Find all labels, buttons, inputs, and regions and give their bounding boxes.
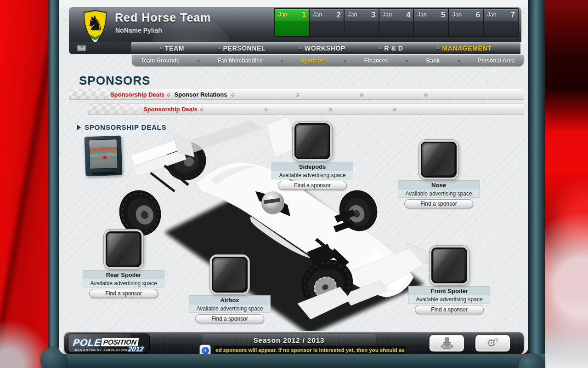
subtab-sponsorship-deals[interactable]: Sponsorship Deals — [143, 106, 198, 113]
sponsor-slot-nose: Nose Available advertising space Find a … — [398, 142, 480, 208]
separator-dot — [200, 108, 204, 111]
tab-label: PERSONNEL — [223, 45, 266, 52]
logo-subtitle: MANAGEMENT SIMULATION — [74, 348, 128, 351]
nav-dot-icon — [437, 47, 439, 49]
subtab-bank[interactable]: Bank — [426, 58, 440, 64]
separator-dot — [329, 108, 332, 111]
slot-status: Available advertising space — [83, 279, 164, 288]
window-frame-right — [528, 0, 545, 368]
sub-nav: Team Grounds Fan Merchandise Sponsors Fi… — [132, 55, 524, 66]
nav-dot-icon — [160, 47, 162, 49]
tab-sponsorship-deals[interactable]: Sponsorship Deals — [110, 91, 164, 98]
separator-dot — [167, 93, 170, 97]
team-name: Red Horse Team — [115, 11, 211, 24]
separator-dot — [281, 60, 283, 62]
slot-status: Available advertising space — [408, 295, 490, 304]
window-frame-bottom — [48, 354, 545, 368]
subtab-fan-merchandise[interactable]: Fan Merchandise — [217, 58, 262, 64]
calendar-daynum: 2 — [336, 11, 340, 20]
separator-dot — [344, 60, 346, 62]
separator-dot — [406, 60, 408, 62]
news-ticker: ed sponsors will appear. If no sponsor i… — [213, 345, 405, 354]
calendar-strip: Jan 1 Jan 2 Jan 3 Jan 4 Jan 5 Jan 6 Jan … — [274, 8, 519, 37]
slot-status: Available advertising space — [271, 171, 353, 179]
sponsor-slot-front-spoiler: Front Spoiler Available advertising spac… — [408, 247, 490, 314]
sponsor-slot-airbox: Airbox Available advertising space Find … — [189, 257, 271, 323]
season-indicator: Season 2012 / 2013 — [202, 334, 376, 346]
sponsor-logo-placeholder[interactable] — [431, 247, 467, 283]
calendar-daynum: 7 — [511, 11, 515, 20]
separator-dot — [296, 93, 299, 97]
sponsor-logo-placeholder[interactable] — [421, 142, 457, 178]
manager-name: NoName Pyliah — [115, 27, 162, 34]
page-title: SPONSORS — [79, 74, 150, 88]
find-sponsor-button[interactable]: Find a sponsor — [404, 199, 473, 208]
calendar-daynum: 5 — [441, 11, 445, 20]
separator-dot — [393, 108, 396, 111]
separator-dot — [198, 60, 199, 62]
tab-team[interactable]: TEAM — [160, 45, 184, 52]
desktop-background-right — [545, 0, 588, 368]
calendar-day-2[interactable]: Jan 2 — [310, 9, 344, 36]
gear-icon-small: ⚙ — [493, 337, 499, 344]
subtab-sponsors[interactable]: Sponsors — [300, 58, 326, 64]
separator-dot — [458, 60, 460, 62]
team-shield-logo: ♞ — [82, 9, 108, 46]
game-window: ♞ Red Horse Team NoName Pyliah Jan 1 Jan… — [59, 0, 528, 354]
calendar-day-6[interactable]: Jan 6 — [449, 9, 483, 36]
info-button[interactable]: i — [199, 345, 211, 354]
tab-rnd[interactable]: R & D — [379, 45, 403, 52]
tab-row-primary: Sponsorship Deals Sponsor Relations — [69, 89, 524, 100]
calendar-daynum: 6 — [476, 11, 480, 20]
tab-label: WORKSHOP — [305, 45, 345, 52]
tab-management[interactable]: MANAGEMENT — [437, 45, 492, 52]
slot-name: Front Spoiler — [408, 286, 490, 295]
tab-workshop[interactable]: WORKSHOP — [300, 45, 345, 52]
sponsor-logo-placeholder[interactable] — [294, 123, 330, 159]
logo-year: 2012 — [128, 345, 144, 353]
calendar-day-7[interactable]: Jan 7 — [484, 9, 518, 36]
calendar-day-5[interactable]: Jan 5 — [414, 9, 448, 36]
calendar-day-3[interactable]: Jan 3 — [345, 9, 379, 36]
find-sponsor-button[interactable]: Find a sponsor — [415, 305, 484, 314]
download-arrow-icon — [439, 337, 455, 350]
tab-label: TEAM — [165, 45, 184, 52]
calendar-month: Jan — [383, 12, 392, 18]
tab-personnel[interactable]: PERSONNEL — [218, 45, 266, 52]
calendar-daynum: 3 — [371, 11, 375, 20]
find-sponsor-button[interactable]: Find a sponsor — [195, 314, 264, 323]
season-text: Season 2012 / 2013 — [254, 336, 325, 344]
sponsor-logo-placeholder[interactable] — [106, 231, 141, 267]
find-sponsor-button[interactable]: Find a sponsor — [89, 289, 158, 298]
header-mail-tab — [69, 42, 133, 54]
calendar-month: Jan — [278, 12, 288, 18]
main-nav: TEAM PERSONNEL WORKSHOP R & D MANAGEMENT — [131, 42, 520, 54]
subtab-team-grounds[interactable]: Team Grounds — [141, 58, 180, 64]
separator-dot — [265, 108, 268, 111]
slot-name: Rear Spoiler — [83, 270, 164, 279]
calendar-day-1[interactable]: Jan 1 — [275, 9, 309, 36]
subtab-personal-area[interactable]: Personal Area — [478, 58, 514, 64]
settings-button[interactable]: ⚙ ⚙ — [475, 335, 510, 351]
logo-word-pole: POLE — [72, 337, 102, 348]
tab-sponsor-relations[interactable]: Sponsor Relations — [175, 91, 227, 98]
sponsor-slot-sidepods: Sidepods Available advertising space Fin… — [271, 123, 353, 190]
calendar-day-4[interactable]: Jan 4 — [379, 9, 413, 36]
svg-text:♞: ♞ — [86, 12, 104, 35]
save-button[interactable] — [430, 335, 464, 351]
info-icon: i — [202, 347, 209, 354]
subtab-finances[interactable]: Finances — [364, 58, 388, 64]
mail-icon[interactable] — [77, 45, 86, 51]
desktop-background-left — [0, 0, 48, 368]
slot-status: Available advertising space — [398, 189, 480, 198]
window-frame-left — [48, 0, 59, 368]
sponsor-slot-rear-spoiler: Rear Spoiler Available advertising space… — [83, 231, 164, 298]
ticker-text: ed sponsors will appear. If no sponsor i… — [215, 347, 405, 353]
calendar-month: Jan — [487, 12, 497, 18]
sponsor-logo-placeholder[interactable] — [212, 257, 248, 293]
top-strip — [59, 0, 528, 7]
slot-name: Sidepods — [271, 162, 353, 171]
calendar-month: Jan — [452, 12, 462, 18]
find-sponsor-button[interactable]: Find a sponsor — [278, 181, 347, 190]
calendar-daynum: 4 — [406, 11, 410, 20]
